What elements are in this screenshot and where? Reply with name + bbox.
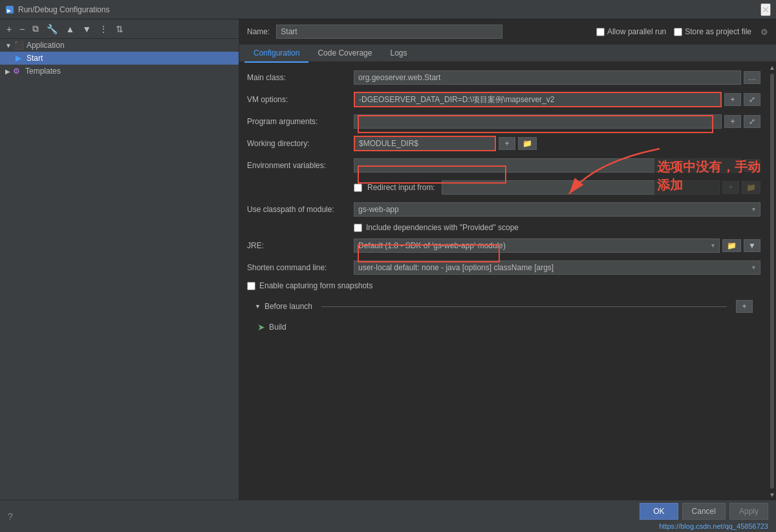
wrench-button[interactable]: 🔧 bbox=[44, 23, 60, 36]
program-args-expand-button[interactable]: ⤢ bbox=[744, 115, 760, 128]
allow-parallel-checkbox[interactable] bbox=[596, 28, 605, 36]
program-args-label: Program arguments: bbox=[247, 117, 354, 126]
snapshots-checkbox[interactable] bbox=[247, 282, 255, 290]
snapshots-row: Enable capturing form snapshots bbox=[247, 281, 760, 290]
application-folder-icon: ⬛ bbox=[14, 41, 24, 50]
working-dir-row: Working directory: + 📁 bbox=[247, 135, 760, 152]
shorten-row: Shorten command line: user-local default… bbox=[247, 259, 760, 276]
before-launch-label: Before launch bbox=[264, 302, 312, 311]
help-icon[interactable]: ? bbox=[8, 511, 13, 522]
vm-options-label: VM options: bbox=[247, 95, 354, 104]
build-icon: ➤ bbox=[257, 322, 265, 332]
bottom-bar: ? OK Cancel Apply https://blog.csdn.net/… bbox=[0, 500, 776, 532]
sort-button[interactable]: ⋮ bbox=[96, 23, 111, 36]
tab-logs[interactable]: Logs bbox=[381, 45, 416, 63]
scrollbar[interactable]: ▲ ▼ bbox=[768, 63, 776, 500]
jre-dropdown[interactable]: Default (1.8 - SDK of 'gs-web-app' modul… bbox=[354, 239, 720, 253]
classpath-label: Use classpath of module: bbox=[247, 205, 354, 214]
store-project-checkbox[interactable] bbox=[674, 28, 682, 36]
main-class-input[interactable] bbox=[354, 70, 741, 85]
start-label: Start bbox=[27, 54, 43, 63]
tabs: Configuration Code Coverage Logs bbox=[239, 45, 776, 63]
working-dir-label: Working directory: bbox=[247, 139, 354, 148]
templates-icon: ⚙ bbox=[13, 67, 20, 76]
env-vars-row: Environment variables: ⧉ bbox=[247, 157, 760, 174]
before-launch-content: ➤ Build bbox=[247, 317, 760, 337]
jre-browse-button[interactable]: 📁 bbox=[722, 239, 741, 252]
allow-parallel-label: Allow parallel run bbox=[596, 27, 666, 36]
shorten-dropdown[interactable]: user-local default: none - java [options… bbox=[354, 261, 760, 275]
templates-label: Templates bbox=[25, 67, 61, 76]
expand-arrow-templates: ▶ bbox=[5, 68, 10, 75]
before-launch-add-button[interactable]: + bbox=[736, 300, 753, 313]
move-down-button[interactable]: ▼ bbox=[80, 23, 94, 36]
tree-item-application[interactable]: ▼ ⬛ Application bbox=[0, 39, 239, 52]
name-input[interactable] bbox=[276, 25, 502, 39]
add-config-button[interactable]: + bbox=[4, 23, 14, 36]
tree-item-start[interactable]: ▶ Start bbox=[0, 52, 239, 65]
vm-options-expand-button[interactable]: ⤢ bbox=[744, 93, 760, 106]
vm-options-add-button[interactable]: + bbox=[724, 93, 741, 106]
config-content: Main class: … VM options: + ⤢ bbox=[239, 63, 768, 500]
apply-button[interactable]: Apply bbox=[729, 503, 768, 520]
toolbar: + − ⧉ 🔧 ▲ ▼ ⋮ ⇅ bbox=[0, 19, 239, 39]
application-label: Application bbox=[27, 41, 65, 50]
vm-options-input[interactable] bbox=[354, 92, 722, 107]
working-dir-add-button[interactable]: + bbox=[499, 137, 515, 150]
remove-config-button[interactable]: − bbox=[17, 23, 27, 36]
redirect-input[interactable] bbox=[442, 180, 720, 195]
redirect-add-button[interactable]: + bbox=[722, 181, 739, 194]
redirect-checkbox[interactable] bbox=[354, 184, 362, 192]
copy-config-button[interactable]: ⧉ bbox=[30, 22, 41, 36]
main-class-browse-button[interactable]: … bbox=[744, 71, 760, 84]
working-dir-browse-button[interactable]: 📁 bbox=[518, 137, 537, 150]
name-label: Name: bbox=[247, 27, 270, 36]
ok-button[interactable]: OK bbox=[640, 503, 678, 520]
jre-label: JRE: bbox=[247, 241, 354, 250]
start-icon: ▶ bbox=[16, 54, 21, 63]
include-deps-row: Include dependencies with "Provided" sco… bbox=[247, 223, 760, 232]
blog-link[interactable]: https://blog.csdn.net/qq_45856723 bbox=[659, 522, 768, 530]
scroll-up-button[interactable]: ▲ bbox=[769, 64, 775, 71]
right-panel: Name: Allow parallel run Store as projec… bbox=[239, 19, 776, 500]
left-panel: + − ⧉ 🔧 ▲ ▼ ⋮ ⇅ ▼ ⬛ Application ▶ bbox=[0, 19, 239, 500]
program-args-add-button[interactable]: + bbox=[724, 115, 741, 128]
before-launch-header[interactable]: ▼ Before launch + bbox=[247, 295, 760, 317]
env-vars-label: Environment variables: bbox=[247, 161, 354, 170]
main-class-row: Main class: … bbox=[247, 69, 760, 86]
svg-text:▶: ▶ bbox=[7, 8, 12, 14]
scroll-down-button[interactable]: ▼ bbox=[769, 491, 775, 498]
env-vars-copy-button[interactable]: ⧉ bbox=[744, 159, 760, 172]
cancel-button[interactable]: Cancel bbox=[682, 503, 726, 520]
build-row: ➤ Build bbox=[255, 319, 753, 335]
tab-code-coverage[interactable]: Code Coverage bbox=[308, 45, 381, 63]
redirect-browse-button[interactable]: 📁 bbox=[742, 181, 760, 194]
store-project-label: Store as project file bbox=[674, 27, 751, 36]
env-vars-input[interactable] bbox=[354, 158, 741, 173]
redirect-row: Redirect input from: + 📁 bbox=[247, 179, 760, 196]
main-class-label: Main class: bbox=[247, 73, 354, 82]
collapse-arrow-icon: ▼ bbox=[255, 303, 261, 310]
jre-dropdown-button[interactable]: ▼ bbox=[744, 239, 760, 252]
program-args-row: Program arguments: + ⤢ bbox=[247, 113, 760, 130]
move-up-button[interactable]: ▲ bbox=[63, 23, 77, 36]
program-args-input[interactable] bbox=[354, 114, 722, 129]
working-dir-input[interactable] bbox=[354, 136, 496, 151]
jre-row: JRE: Default (1.8 - SDK of 'gs-web-app' … bbox=[247, 237, 760, 254]
close-button[interactable]: ✕ bbox=[760, 3, 771, 16]
app-icon: ▶ bbox=[5, 5, 14, 14]
redirect-label: Redirect input from: bbox=[367, 183, 435, 192]
include-deps-label: Include dependencies with "Provided" sco… bbox=[366, 223, 519, 232]
gear-icon[interactable]: ⚙ bbox=[760, 27, 768, 37]
shorten-label: Shorten command line: bbox=[247, 263, 354, 272]
build-label: Build bbox=[269, 323, 286, 332]
tree-item-templates[interactable]: ▶ ⚙ Templates bbox=[0, 65, 239, 78]
filter-button[interactable]: ⇅ bbox=[113, 23, 126, 36]
tab-configuration[interactable]: Configuration bbox=[244, 45, 308, 63]
snapshots-label: Enable capturing form snapshots bbox=[259, 281, 372, 290]
classpath-row: Use classpath of module: gs-web-app bbox=[247, 201, 760, 218]
vm-options-row: VM options: + ⤢ bbox=[247, 91, 760, 108]
classpath-dropdown[interactable]: gs-web-app bbox=[354, 202, 760, 217]
include-deps-checkbox[interactable] bbox=[354, 224, 362, 232]
name-row: Name: Allow parallel run Store as projec… bbox=[239, 19, 776, 45]
